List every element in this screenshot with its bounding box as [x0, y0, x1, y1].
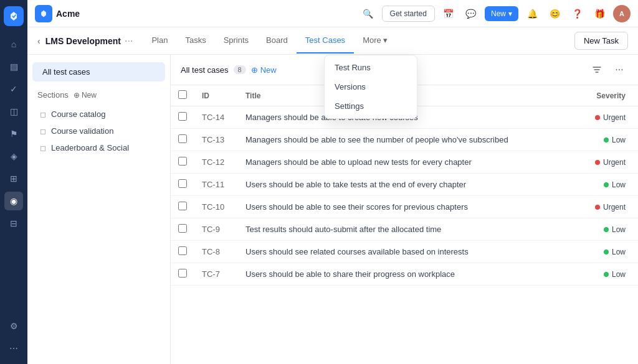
row-checkbox[interactable]	[178, 157, 187, 166]
nav-sprints[interactable]: Sprints	[215, 28, 257, 54]
row-id: TC-10	[194, 196, 238, 218]
user-avatar[interactable]: A	[613, 5, 631, 22]
table-row[interactable]: TC-10Users should be able to see their s…	[171, 196, 638, 218]
sections-new-icon: ⊕	[74, 91, 80, 100]
dropdown-test-runs[interactable]: Test Runs	[325, 58, 417, 77]
search-button[interactable]: 🔍	[359, 5, 377, 22]
left-panel: All test cases Sections ⊕ New ◻ Course c…	[27, 55, 171, 364]
severity-dot-icon	[604, 250, 609, 254]
severity-col-header[interactable]: Severity	[576, 85, 638, 106]
new-button[interactable]: New ▾	[485, 6, 518, 21]
severity-dot-icon	[604, 227, 609, 232]
table-row[interactable]: TC-9Test results should auto-submit afte…	[171, 218, 638, 241]
sidebar-inbox-icon[interactable]: ▤	[4, 57, 23, 76]
sidebar-layers-icon[interactable]: ⊞	[4, 169, 23, 188]
sidebar-home-icon[interactable]: ⌂	[4, 35, 23, 54]
gift-button[interactable]: 🎁	[591, 5, 608, 22]
section-course-validation[interactable]: ◻ Course validation	[30, 123, 168, 139]
table-row[interactable]: TC-13Managers should be able to see the …	[171, 129, 638, 151]
row-id: TC-12	[194, 151, 238, 174]
sidebar-apps-icon[interactable]: ⋯	[4, 339, 23, 358]
emoji-button[interactable]: 😊	[546, 5, 563, 22]
row-id: TC-9	[194, 218, 238, 241]
sidebar-settings-icon[interactable]: ⚙	[4, 317, 23, 335]
row-title: Managers should be able to see the numbe…	[238, 129, 576, 151]
brand-logo	[35, 5, 52, 22]
dropdown-versions[interactable]: Versions	[325, 77, 417, 96]
row-checkbox[interactable]	[178, 246, 187, 255]
sidebar-docs-icon[interactable]: ◫	[4, 102, 23, 121]
select-all-checkbox[interactable]	[178, 90, 187, 99]
row-severity: Low	[576, 241, 638, 263]
more-dropdown: Test Runs Versions Settings	[324, 55, 417, 119]
row-severity: Low	[576, 263, 638, 286]
sidebar-grid-icon[interactable]: ⊟	[4, 214, 23, 233]
test-table: ID Title Severity TC-14Managers should b…	[171, 85, 638, 364]
row-title: Users should be able to take tests at th…	[238, 174, 576, 196]
nav-plan[interactable]: Plan	[143, 28, 176, 54]
row-title: Managers should be able to upload new te…	[238, 151, 576, 174]
row-severity: Low	[576, 174, 638, 196]
nav-more[interactable]: More ▾	[354, 28, 396, 54]
sidebar-chart-icon[interactable]: ◈	[4, 147, 23, 166]
row-checkbox[interactable]	[178, 134, 187, 143]
row-severity: Low	[576, 129, 638, 151]
nav-test-cases[interactable]: Test Cases	[297, 28, 354, 54]
section-label-2: Course validation	[51, 126, 113, 136]
app-logo[interactable]	[4, 6, 24, 26]
severity-badge: Urgent	[595, 203, 626, 212]
severity-dot-icon	[604, 138, 609, 142]
severity-dot-icon	[595, 115, 600, 120]
table-row[interactable]: TC-8Users should see related courses ava…	[171, 241, 638, 263]
severity-dot-icon	[595, 205, 600, 210]
section-course-catalog[interactable]: ◻ Course catalog	[30, 106, 168, 123]
row-checkbox[interactable]	[178, 179, 187, 188]
row-checkbox[interactable]	[178, 202, 187, 210]
more-options-button[interactable]: ···	[611, 61, 628, 78]
row-severity: Urgent	[576, 196, 638, 218]
section-file-icon: ◻	[40, 110, 46, 119]
help-button[interactable]: ❓	[568, 5, 586, 22]
notifications-button[interactable]: 🔔	[523, 5, 541, 22]
sidebar-tasks-icon[interactable]: ✓	[4, 80, 23, 98]
row-title: Users should see related courses availab…	[238, 241, 576, 263]
icon-sidebar: ⌂ ▤ ✓ ◫ ⚑ ◈ ⊞ ◉ ⊟ ⚙ ⋯	[0, 0, 27, 364]
table-body: TC-14Managers should be able to create n…	[171, 106, 638, 286]
dropdown-settings[interactable]: Settings	[325, 96, 417, 116]
calendar-button[interactable]: 📅	[440, 5, 457, 22]
sections-header: Sections ⊕ New	[27, 86, 170, 103]
row-checkbox[interactable]	[178, 112, 187, 121]
row-checkbox[interactable]	[178, 224, 187, 233]
nav-tasks[interactable]: Tasks	[176, 28, 214, 54]
filter-button[interactable]	[588, 61, 606, 78]
checkbox-col-header	[171, 85, 194, 106]
sidebar-flag-icon[interactable]: ⚑	[4, 124, 23, 143]
get-started-button[interactable]: Get started	[382, 6, 435, 22]
table-row[interactable]: TC-11Users should be able to take tests …	[171, 174, 638, 196]
severity-badge: Urgent	[595, 113, 626, 122]
top-bar: Acme 🔍 Get started 📅 💬 New ▾ 🔔 😊 ❓ 🎁 A	[27, 0, 638, 27]
project-header: ‹ LMS Development ··· Plan Tasks Sprints…	[27, 27, 638, 55]
row-severity: Urgent	[576, 151, 638, 174]
chat-button[interactable]: 💬	[462, 5, 480, 22]
sidebar-test-icon[interactable]: ◉	[4, 192, 23, 210]
section-file-icon-2: ◻	[40, 127, 46, 136]
row-title: Test results should auto-submit after th…	[238, 218, 576, 241]
sections-new-button[interactable]: ⊕ New	[74, 91, 97, 100]
more-label: More	[363, 35, 381, 45]
project-more-button[interactable]: ···	[125, 35, 133, 47]
table-row[interactable]: TC-12Managers should be able to upload n…	[171, 151, 638, 174]
add-new-button[interactable]: ⊕ New	[251, 65, 277, 75]
sections-title: Sections	[37, 90, 69, 100]
row-checkbox[interactable]	[178, 269, 187, 278]
new-button-label: New	[491, 9, 506, 18]
severity-dot-icon	[604, 182, 609, 187]
section-leaderboard[interactable]: ◻ Leaderboard & Social	[30, 139, 168, 156]
count-badge: 8	[234, 65, 246, 74]
table-row[interactable]: TC-7Users should be able to share their …	[171, 263, 638, 286]
nav-board[interactable]: Board	[257, 28, 297, 54]
new-task-button[interactable]: New Task	[574, 32, 628, 50]
row-id: TC-13	[194, 129, 238, 151]
all-test-cases-item[interactable]: All test cases	[32, 62, 165, 82]
back-button[interactable]: ‹	[37, 36, 40, 46]
